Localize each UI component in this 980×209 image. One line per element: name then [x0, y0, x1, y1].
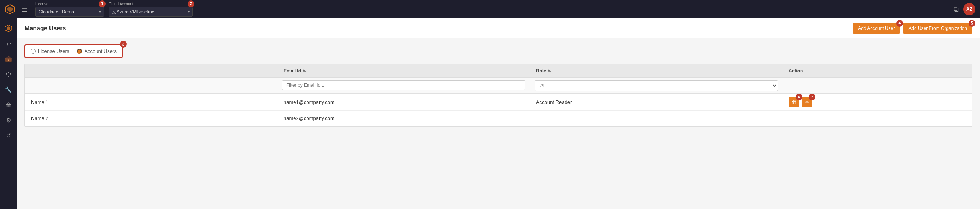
- row2-name: Name 2: [25, 111, 277, 126]
- license-select[interactable]: Cloudneeti Demo: [35, 7, 104, 17]
- row1-name: Name 1: [25, 95, 277, 110]
- table-header: Email Id ⇅ Role ⇅ Action: [25, 64, 972, 78]
- radio-account-text: Account Users: [84, 48, 117, 54]
- topbar-right: ⧉ AZ: [954, 3, 975, 15]
- row2-actions: [783, 115, 972, 122]
- badge-2: 2: [188, 0, 194, 7]
- edit-icon: ✏: [805, 99, 809, 105]
- sidebar-item-briefcase[interactable]: 💼: [2, 52, 15, 66]
- cloud-account-label: Cloud Account: [109, 2, 193, 6]
- topbar: ☰ License Cloudneeti Demo ▾ 1 Cloud Acco…: [0, 0, 980, 18]
- delete-icon: 🗑: [792, 99, 797, 105]
- sidebar: ↩ 💼 🛡 🔧 🏛 ⚙ ↺: [0, 18, 17, 209]
- sidebar-item-shield[interactable]: 🛡: [2, 67, 15, 81]
- sidebar-item-logo[interactable]: [2, 21, 15, 35]
- filter-action-cell: [783, 78, 972, 93]
- col-role-label: Role: [536, 68, 546, 74]
- users-table: Email Id ⇅ Role ⇅ Action: [24, 64, 972, 127]
- svg-marker-3: [7, 26, 10, 30]
- row1-delete-btn-wrapper: 🗑 6: [789, 97, 799, 107]
- layout: ↩ 💼 🛡 🔧 🏛 ⚙ ↺ Manage Users Add Account U…: [0, 18, 980, 209]
- briefcase-icon: 💼: [5, 56, 12, 63]
- add-account-user-button[interactable]: Add Account User: [853, 23, 900, 34]
- shield-icon: 🛡: [6, 71, 11, 78]
- back-arrow-icon: ↩: [6, 40, 11, 48]
- email-filter-input[interactable]: [282, 80, 525, 90]
- row2-role: [530, 114, 783, 123]
- cloud-account-select[interactable]: △ Azure VMBaseline: [109, 7, 193, 17]
- svg-marker-1: [7, 7, 13, 12]
- row1-edit-btn-wrapper: ✏ 7: [802, 97, 812, 107]
- license-dropdown-container: License Cloudneeti Demo ▾ 1: [35, 2, 104, 17]
- cloud-account-dropdown-container: Cloud Account △ Azure VMBaseline ▾ 2: [109, 2, 193, 17]
- col-action-label: Action: [789, 68, 803, 74]
- add-org-user-button[interactable]: Add User From Organization: [903, 23, 972, 34]
- radio-group: License Users Account Users: [24, 44, 123, 58]
- col-role[interactable]: Role ⇅: [530, 64, 783, 77]
- row2-email: name2@company.com: [277, 111, 530, 126]
- menu-icon[interactable]: ☰: [21, 5, 28, 13]
- radio-license-text: License Users: [38, 48, 69, 54]
- settings-sliders-icon[interactable]: ⧉: [954, 5, 959, 13]
- topbar-dropdowns: License Cloudneeti Demo ▾ 1 Cloud Accoun…: [35, 2, 947, 17]
- row1-email: name1@company.com: [277, 95, 530, 110]
- page-title: Manage Users: [24, 25, 66, 32]
- row1-actions: 🗑 6 ✏ 7: [783, 94, 972, 110]
- radio-label-license[interactable]: License Users: [31, 48, 69, 54]
- badge-3: 3: [120, 41, 127, 48]
- content-area: License Users Account Users 3: [17, 38, 980, 133]
- email-sort-icon: ⇅: [303, 69, 306, 73]
- license-label: License: [35, 2, 104, 6]
- filter-row: All Account Reader Account Admin Account…: [25, 78, 972, 94]
- filter-name-cell: [25, 78, 277, 93]
- col-email-label: Email Id: [284, 68, 301, 74]
- license-dropdown-group: License Cloudneeti Demo ▾: [35, 2, 104, 17]
- sidebar-item-history[interactable]: ↺: [2, 129, 15, 143]
- sidebar-item-bank[interactable]: 🏛: [2, 98, 15, 112]
- table-row: Name 2 name2@company.com: [25, 111, 972, 126]
- col-name: [25, 64, 277, 77]
- badge-1: 1: [99, 0, 106, 7]
- radio-group-wrapper: License Users Account Users 3: [24, 44, 123, 58]
- table-row: Name 1 name1@company.com Account Reader …: [25, 94, 972, 111]
- main-header: Manage Users Add Account User 4 Add User…: [17, 18, 980, 38]
- radio-account[interactable]: [77, 49, 82, 54]
- sidebar-item-tools[interactable]: 🔧: [2, 83, 15, 97]
- license-dropdown-wrapper: Cloudneeti Demo ▾: [35, 7, 104, 17]
- filter-email-cell: [277, 78, 530, 93]
- gear-icon: ⚙: [6, 117, 11, 124]
- add-account-user-btn-container: Add Account User 4: [853, 23, 900, 34]
- role-sort-icon: ⇅: [548, 69, 551, 73]
- badge-7: 7: [809, 94, 815, 100]
- radio-license[interactable]: [31, 49, 36, 54]
- cloud-account-dropdown-wrapper: △ Azure VMBaseline ▾: [109, 7, 193, 17]
- cloud-account-dropdown-group: Cloud Account △ Azure VMBaseline ▾: [109, 2, 193, 17]
- bank-icon: 🏛: [6, 102, 11, 109]
- tools-icon: 🔧: [5, 86, 12, 93]
- history-icon: ↺: [6, 132, 11, 139]
- add-org-user-btn-container: Add User From Organization 5: [903, 23, 972, 34]
- avatar[interactable]: AZ: [963, 3, 975, 15]
- role-filter-select[interactable]: All Account Reader Account Admin Account…: [535, 80, 778, 91]
- sidebar-item-back[interactable]: ↩: [2, 37, 15, 51]
- col-email[interactable]: Email Id ⇅: [277, 64, 530, 77]
- sidebar-item-settings[interactable]: ⚙: [2, 114, 15, 127]
- main-content: Manage Users Add Account User 4 Add User…: [17, 18, 980, 209]
- radio-label-account[interactable]: Account Users: [77, 48, 117, 54]
- badge-4: 4: [896, 20, 903, 27]
- badge-5: 5: [969, 20, 975, 27]
- filter-role-cell: All Account Reader Account Admin Account…: [530, 78, 783, 93]
- row1-role: Account Reader: [530, 95, 783, 110]
- header-buttons: Add Account User 4 Add User From Organiz…: [853, 23, 972, 34]
- col-action: Action: [783, 64, 972, 77]
- app-logo: [5, 4, 15, 15]
